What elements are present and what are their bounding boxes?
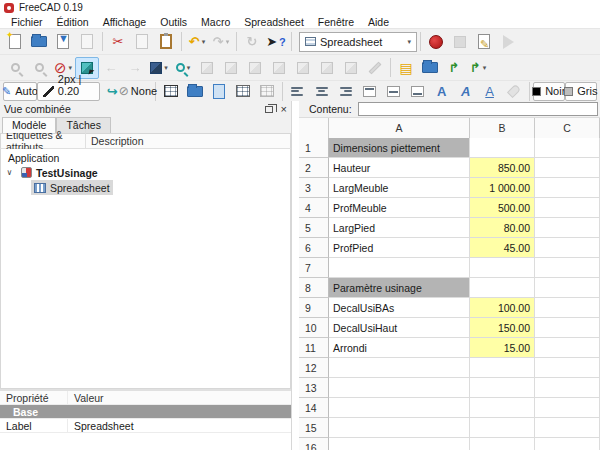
working-plane-button[interactable]: ✎Auto: [3, 82, 37, 101]
cell-A10[interactable]: DecalUsiHaut: [329, 318, 470, 338]
cell-B2[interactable]: 850.00: [470, 158, 535, 178]
row-header-1[interactable]: 1: [299, 138, 329, 158]
style-underline-button[interactable]: A: [478, 82, 502, 101]
background-color-button[interactable]: Gris: [565, 82, 597, 101]
cell-B14[interactable]: [470, 398, 535, 418]
save-button[interactable]: ▼: [51, 31, 75, 53]
tree-item-document[interactable]: ∨ TestUsinage: [1, 165, 290, 180]
cell-C10[interactable]: [535, 318, 600, 338]
menu-aide[interactable]: Aide: [361, 16, 396, 28]
sheet-corner[interactable]: [299, 118, 329, 139]
redo-button[interactable]: ↷▾: [209, 31, 233, 53]
dock-close-icon[interactable]: ×: [281, 104, 287, 115]
cell-C7[interactable]: [535, 258, 600, 278]
dock-float-icon[interactable]: [265, 106, 273, 113]
row-header-10[interactable]: 10: [299, 318, 329, 338]
whats-this-button[interactable]: ➤?: [264, 31, 288, 53]
cell-C16[interactable]: [535, 438, 600, 450]
cell-B12[interactable]: [470, 358, 535, 378]
new-file-button[interactable]: ✦: [3, 31, 27, 53]
autogroup-button[interactable]: ⊘None: [124, 82, 151, 101]
cell-C14[interactable]: [535, 398, 600, 418]
cell-C5[interactable]: [535, 218, 600, 238]
merge-cells-button[interactable]: [231, 82, 255, 101]
cell-A7[interactable]: [329, 258, 470, 278]
row-header-3[interactable]: 3: [299, 178, 329, 198]
property-row-label[interactable]: Label Spreadsheet: [0, 419, 291, 433]
cell-C15[interactable]: [535, 418, 600, 438]
menu-spreadsheet[interactable]: Spreadsheet: [237, 16, 311, 28]
cell-B3[interactable]: 1 000.00: [470, 178, 535, 198]
import-spreadsheet-button[interactable]: [418, 57, 442, 79]
macro-stop-button[interactable]: [448, 31, 472, 53]
cell-A13[interactable]: [329, 378, 470, 398]
row-header-7[interactable]: 7: [299, 258, 329, 278]
cut-button[interactable]: ✂: [106, 31, 130, 53]
row-header-2[interactable]: 2: [299, 158, 329, 178]
property-group-base[interactable]: Base: [0, 405, 291, 419]
fit-all-button[interactable]: [3, 57, 27, 79]
cell-B11[interactable]: 15.00: [470, 338, 535, 358]
cell-A6[interactable]: ProfPied: [329, 238, 470, 258]
row-header-14[interactable]: 14: [299, 398, 329, 418]
cell-A12[interactable]: [329, 358, 470, 378]
align-vcenter-button[interactable]: [382, 82, 406, 101]
sheet-import-button[interactable]: [183, 82, 207, 101]
cell-C6[interactable]: [535, 238, 600, 258]
align-left-button[interactable]: [286, 82, 310, 101]
cell-A5[interactable]: LargPied: [329, 218, 470, 238]
row-header-8[interactable]: 8: [299, 278, 329, 298]
cell-A2[interactable]: Hauteur: [329, 158, 470, 178]
cell-B15[interactable]: [470, 418, 535, 438]
cell-C2[interactable]: [535, 158, 600, 178]
cell-C9[interactable]: [535, 298, 600, 318]
column-header-B[interactable]: B: [470, 118, 535, 139]
tree-item-spreadsheet[interactable]: Spreadsheet: [1, 180, 290, 195]
cell-B10[interactable]: 150.00: [470, 318, 535, 338]
cell-content-input[interactable]: [358, 102, 598, 116]
cell-A16[interactable]: [329, 438, 470, 450]
cell-C13[interactable]: [535, 378, 600, 398]
cell-A8[interactable]: Paramètre usinage: [329, 278, 470, 298]
align-bottom-button[interactable]: [406, 82, 430, 101]
workbench-selector[interactable]: Spreadsheet ▾: [299, 32, 417, 52]
property-value[interactable]: Spreadsheet: [68, 420, 134, 432]
cell-B16[interactable]: [470, 438, 535, 450]
fit-selection-button[interactable]: [27, 57, 51, 79]
line-width-button[interactable]: 2px | 0.20 mm: [37, 82, 100, 101]
paste-button[interactable]: [154, 31, 178, 53]
menu-macro[interactable]: Macro: [194, 16, 237, 28]
view-front-button[interactable]: [219, 57, 243, 79]
cell-B4[interactable]: 500.00: [470, 198, 535, 218]
macro-edit-button[interactable]: ✎: [472, 31, 496, 53]
cell-B5[interactable]: 80.00: [470, 218, 535, 238]
undo-button[interactable]: ↶▾: [185, 31, 209, 53]
menu-edition[interactable]: Édition: [50, 16, 96, 28]
cell-C12[interactable]: [535, 358, 600, 378]
export-spreadsheet-button[interactable]: ↱: [442, 57, 466, 79]
cell-B8[interactable]: [470, 278, 535, 298]
cell-C3[interactable]: [535, 178, 600, 198]
menu-fenetre[interactable]: Fenêtre: [311, 16, 361, 28]
row-header-15[interactable]: 15: [299, 418, 329, 438]
row-header-4[interactable]: 4: [299, 198, 329, 218]
menu-outils[interactable]: Outils: [153, 16, 194, 28]
set-alias-button[interactable]: [502, 82, 526, 101]
axonometric-view-button[interactable]: ▾: [147, 57, 171, 79]
cell-A3[interactable]: LargMeuble: [329, 178, 470, 198]
tree-item-application[interactable]: Application: [1, 150, 290, 165]
view-home-button[interactable]: [195, 57, 219, 79]
print-button[interactable]: [75, 31, 99, 53]
cell-B6[interactable]: 45.00: [470, 238, 535, 258]
cell-A9[interactable]: DecalUsiBAs: [329, 298, 470, 318]
cell-A4[interactable]: ProfMeuble: [329, 198, 470, 218]
row-header-12[interactable]: 12: [299, 358, 329, 378]
nav-back-button[interactable]: ←: [99, 57, 123, 79]
cell-A15[interactable]: [329, 418, 470, 438]
cell-B9[interactable]: 100.00: [470, 298, 535, 318]
dock-splitter[interactable]: [292, 101, 299, 450]
refresh-button[interactable]: ↻: [240, 31, 264, 53]
tree-header-description[interactable]: Description: [86, 135, 144, 147]
row-header-6[interactable]: 6: [299, 238, 329, 258]
row-header-11[interactable]: 11: [299, 338, 329, 358]
